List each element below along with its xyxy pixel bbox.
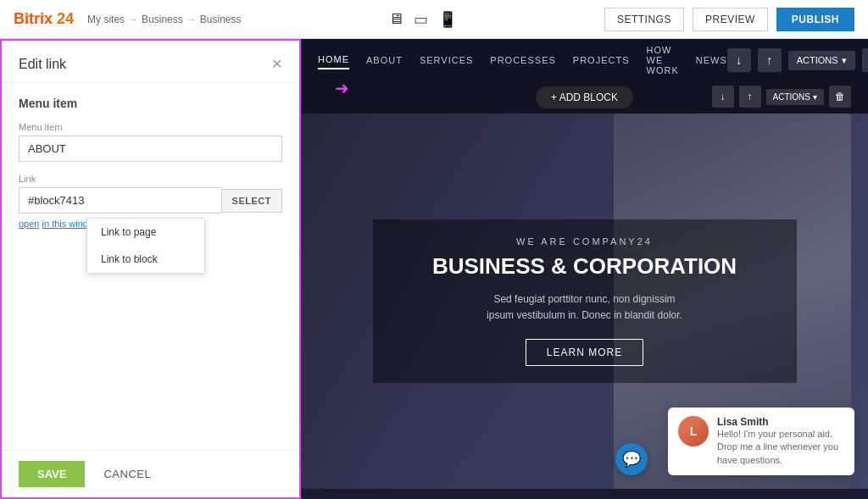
hero-desc: Sed feugiat porttitor nunc, non dignissi… (390, 291, 780, 324)
nav-item-howwework[interactable]: HOW WE WORK (647, 42, 679, 79)
breadcrumb-sep1: → (128, 14, 138, 25)
settings-button[interactable]: SETTINGS (604, 8, 684, 31)
nav-item-processes[interactable]: PROCESSES (490, 52, 555, 69)
link-to-block-item[interactable]: Link to block (87, 246, 204, 273)
nav-trash-button[interactable]: 🗑 (862, 48, 868, 72)
hero-title-prefix: B (432, 253, 448, 279)
link-input[interactable] (19, 187, 221, 213)
learn-more-button[interactable]: LEARN MORE (526, 339, 643, 366)
nav-actions: ↓ ↑ ACTIONS ▾ 🗑 (727, 48, 868, 72)
hero-title: BUSINESS & CORPORATION (390, 253, 780, 280)
save-button[interactable]: SAVE (19, 461, 85, 487)
panel-footer: SAVE CANCEL (2, 450, 299, 497)
secondary-up-button[interactable]: ↑ (739, 86, 761, 108)
actions-bar-secondary: ↓ ↑ ACTIONS ▾ 🗑 (712, 86, 851, 108)
nav-items: HOME ABOUT SERVICES PROCESSES PROJECTS H… (318, 42, 727, 79)
section-title: Menu item (19, 97, 282, 110)
hero-desc-line2: ipsum vestibulum in. Donec in blandit do… (487, 309, 682, 321)
secondary-down-button[interactable]: ↓ (712, 86, 734, 108)
link-row: SELECT Link to page Link to block (19, 187, 282, 213)
cancel-button[interactable]: CANCEL (95, 461, 159, 487)
preview-button[interactable]: PREVIEW (693, 8, 768, 31)
chat-message: Hello! I'm your personal aid. Drop me a … (717, 428, 844, 467)
publish-button[interactable]: PUBLISH (776, 8, 854, 31)
nav-item-news[interactable]: NEWS (696, 52, 727, 69)
device-icons: 🖥 ▭ 📱 (388, 10, 457, 29)
nav-item-services[interactable]: SERVICES (420, 52, 473, 69)
menu-item-label: Menu item (19, 122, 282, 132)
site-preview: HOME ABOUT SERVICES PROCESSES PROJECTS H… (301, 39, 868, 499)
hero-content: WE ARE COMPANY24 BUSINESS & CORPORATION … (373, 219, 797, 384)
edit-link-panel: Edit link ✕ Menu item Menu item Link SEL… (0, 39, 301, 499)
hero-desc-line1: Sed feugiat porttitor nunc, non dignissi… (493, 293, 675, 305)
open-text: open (19, 219, 39, 229)
nav-actions-dropdown[interactable]: ACTIONS ▾ (788, 51, 855, 70)
chat-avatar: L (678, 416, 709, 446)
link-to-page-item[interactable]: Link to page (87, 219, 204, 246)
secondary-actions-chevron: ▾ (813, 92, 817, 102)
chat-name: Lisa Smith (717, 416, 844, 428)
logo-number: 24 (57, 10, 74, 27)
nav-item-about[interactable]: ABOUT (366, 52, 403, 69)
logo: Bitrix 24 (14, 10, 74, 28)
chat-text: Lisa Smith Hello! I'm your personal aid.… (717, 416, 844, 467)
top-actions: SETTINGS PREVIEW PUBLISH (604, 8, 854, 31)
panel-body: Menu item Menu item Link SELECT Link to … (2, 83, 299, 450)
nav-actions-label: ACTIONS (797, 55, 838, 65)
breadcrumb-business2[interactable]: Business (200, 14, 242, 25)
hero-sub: WE ARE COMPANY24 (390, 236, 780, 247)
breadcrumb-business1[interactable]: Business (142, 14, 183, 25)
nav-down-button[interactable]: ↓ (727, 48, 751, 72)
breadcrumb-mysite[interactable]: My sites (87, 14, 125, 25)
nav-item-home[interactable]: HOME (318, 51, 349, 69)
tablet-icon[interactable]: ▭ (414, 10, 428, 29)
secondary-trash-button[interactable]: 🗑 (829, 86, 851, 108)
panel-title: Edit link (19, 57, 66, 72)
secondary-actions-dropdown[interactable]: ACTIONS ▾ (766, 89, 824, 105)
nav-actions-chevron: ▾ (842, 55, 847, 66)
site-nav: HOME ABOUT SERVICES PROCESSES PROJECTS H… (301, 39, 868, 81)
add-block-button[interactable]: + ADD BLOCK (536, 86, 633, 108)
menu-item-input[interactable] (19, 136, 282, 162)
preview-area: HOME ABOUT SERVICES PROCESSES PROJECTS H… (301, 39, 868, 499)
chat-widget: L Lisa Smith Hello! I'm your personal ai… (668, 408, 854, 475)
main: Edit link ✕ Menu item Menu item Link SEL… (0, 39, 868, 499)
breadcrumb-sep2: → (186, 14, 197, 25)
secondary-actions-label: ACTIONS (773, 92, 810, 102)
panel-header: Edit link ✕ (2, 41, 299, 83)
close-button[interactable]: ✕ (271, 56, 282, 72)
hero-title-text: USINESS & CORPORATION (448, 253, 737, 279)
nav-item-projects[interactable]: PROJECTS (573, 52, 630, 69)
chat-bubble-icon[interactable]: 💬 (615, 443, 648, 475)
link-label: Link (19, 174, 282, 184)
add-block-arrow-icon: ➜ (335, 78, 349, 98)
link-dropdown: Link to page Link to block (86, 218, 205, 274)
desktop-icon[interactable]: 🖥 (388, 10, 403, 28)
mobile-icon[interactable]: 📱 (438, 10, 457, 29)
select-button[interactable]: SELECT (221, 189, 282, 213)
nav-up-button[interactable]: ↑ (758, 48, 782, 72)
hero-section: WE ARE COMPANY24 BUSINESS & CORPORATION … (301, 114, 868, 489)
breadcrumb: My sites → Business → Business (87, 14, 241, 25)
logo-text: Bitrix (14, 10, 53, 27)
topbar: Bitrix 24 My sites → Business → Business… (0, 0, 868, 39)
